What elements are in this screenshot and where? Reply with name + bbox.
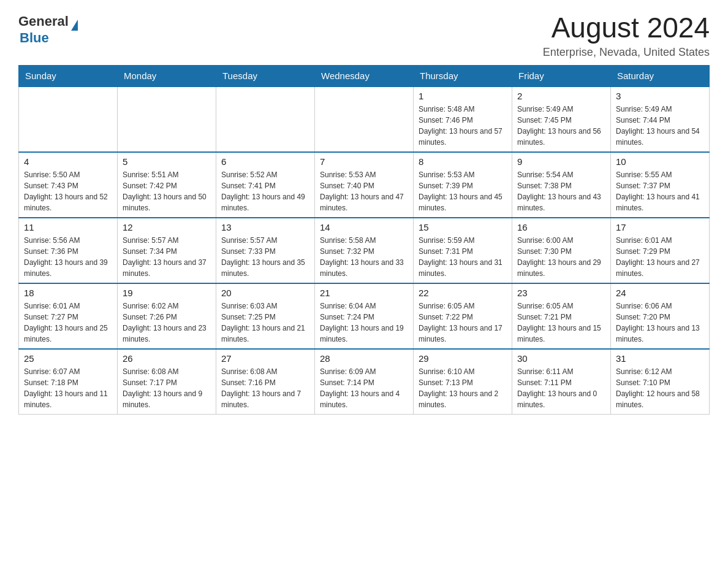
calendar-cell: 17Sunrise: 6:01 AMSunset: 7:29 PMDayligh…: [611, 218, 710, 283]
day-number: 6: [221, 156, 309, 167]
calendar-cell: [118, 86, 216, 152]
day-info: Sunrise: 5:57 AMSunset: 7:34 PMDaylight:…: [123, 235, 211, 279]
title-section: August 2024 Enterprise, Nevada, United S…: [543, 12, 710, 59]
day-info: Sunrise: 6:04 AMSunset: 7:24 PMDaylight:…: [320, 301, 408, 345]
day-info: Sunrise: 6:08 AMSunset: 7:16 PMDaylight:…: [221, 366, 309, 410]
day-info: Sunrise: 5:51 AMSunset: 7:42 PMDaylight:…: [123, 169, 211, 213]
calendar-cell: 18Sunrise: 6:01 AMSunset: 7:27 PMDayligh…: [19, 283, 118, 349]
week-row: 1Sunrise: 5:48 AMSunset: 7:46 PMDaylight…: [19, 86, 710, 152]
day-number: 26: [123, 353, 211, 364]
location-subtitle: Enterprise, Nevada, United States: [543, 46, 710, 59]
calendar-cell: 31Sunrise: 6:12 AMSunset: 7:10 PMDayligh…: [611, 349, 710, 415]
day-info: Sunrise: 5:59 AMSunset: 7:31 PMDaylight:…: [419, 235, 507, 279]
calendar-cell: 14Sunrise: 5:58 AMSunset: 7:32 PMDayligh…: [315, 218, 414, 283]
day-info: Sunrise: 6:01 AMSunset: 7:29 PMDaylight:…: [616, 235, 704, 279]
day-of-week-header: Thursday: [414, 65, 512, 86]
week-row: 11Sunrise: 5:56 AMSunset: 7:36 PMDayligh…: [19, 218, 710, 283]
day-info: Sunrise: 6:06 AMSunset: 7:20 PMDaylight:…: [616, 301, 704, 345]
day-info: Sunrise: 5:49 AMSunset: 7:44 PMDaylight:…: [616, 104, 704, 148]
day-info: Sunrise: 6:03 AMSunset: 7:25 PMDaylight:…: [221, 301, 309, 345]
calendar-cell: 24Sunrise: 6:06 AMSunset: 7:20 PMDayligh…: [611, 283, 710, 349]
day-number: 7: [320, 156, 408, 167]
day-number: 15: [419, 222, 507, 232]
day-info: Sunrise: 6:02 AMSunset: 7:26 PMDaylight:…: [123, 301, 211, 345]
day-of-week-header: Monday: [118, 65, 216, 86]
week-row: 4Sunrise: 5:50 AMSunset: 7:43 PMDaylight…: [19, 152, 710, 218]
day-number: 21: [320, 288, 408, 298]
day-number: 9: [517, 156, 605, 167]
day-number: 5: [123, 156, 211, 167]
calendar-cell: 12Sunrise: 5:57 AMSunset: 7:34 PMDayligh…: [118, 218, 216, 283]
day-info: Sunrise: 5:49 AMSunset: 7:45 PMDaylight:…: [517, 104, 605, 148]
calendar-cell: 30Sunrise: 6:11 AMSunset: 7:11 PMDayligh…: [512, 349, 611, 415]
day-number: 3: [616, 91, 704, 101]
day-number: 19: [123, 288, 211, 298]
day-info: Sunrise: 6:05 AMSunset: 7:21 PMDaylight:…: [517, 301, 605, 345]
day-info: Sunrise: 6:05 AMSunset: 7:22 PMDaylight:…: [419, 301, 507, 345]
day-number: 24: [616, 288, 704, 298]
calendar-cell: 3Sunrise: 5:49 AMSunset: 7:44 PMDaylight…: [611, 86, 710, 152]
day-of-week-header: Sunday: [19, 65, 118, 86]
day-info: Sunrise: 5:52 AMSunset: 7:41 PMDaylight:…: [221, 169, 309, 213]
calendar-cell: 15Sunrise: 5:59 AMSunset: 7:31 PMDayligh…: [414, 218, 512, 283]
day-info: Sunrise: 5:56 AMSunset: 7:36 PMDaylight:…: [24, 235, 112, 279]
day-number: 23: [517, 288, 605, 298]
day-number: 13: [221, 222, 309, 232]
day-number: 31: [616, 353, 704, 364]
calendar-cell: 26Sunrise: 6:08 AMSunset: 7:17 PMDayligh…: [118, 349, 216, 415]
month-year-title: August 2024: [543, 12, 710, 44]
calendar-cell: 1Sunrise: 5:48 AMSunset: 7:46 PMDaylight…: [414, 86, 512, 152]
day-number: 12: [123, 222, 211, 232]
calendar-cell: [19, 86, 118, 152]
day-number: 28: [320, 353, 408, 364]
logo: General Blue: [18, 12, 78, 45]
day-number: 18: [24, 288, 112, 298]
calendar-cell: 8Sunrise: 5:53 AMSunset: 7:39 PMDaylight…: [414, 152, 512, 218]
calendar-header-row: SundayMondayTuesdayWednesdayThursdayFrid…: [19, 65, 710, 86]
calendar-cell: 16Sunrise: 6:00 AMSunset: 7:30 PMDayligh…: [512, 218, 611, 283]
day-number: 11: [24, 222, 112, 232]
day-number: 17: [616, 222, 704, 232]
day-info: Sunrise: 6:00 AMSunset: 7:30 PMDaylight:…: [517, 235, 605, 279]
day-number: 16: [517, 222, 605, 232]
day-number: 1: [419, 91, 507, 101]
day-number: 8: [419, 156, 507, 167]
day-info: Sunrise: 6:08 AMSunset: 7:17 PMDaylight:…: [123, 366, 211, 410]
calendar-cell: 23Sunrise: 6:05 AMSunset: 7:21 PMDayligh…: [512, 283, 611, 349]
day-of-week-header: Tuesday: [216, 65, 315, 86]
week-row: 25Sunrise: 6:07 AMSunset: 7:18 PMDayligh…: [19, 349, 710, 415]
day-info: Sunrise: 5:48 AMSunset: 7:46 PMDaylight:…: [419, 104, 507, 148]
logo-blue-text: Blue: [20, 31, 78, 45]
calendar-cell: 7Sunrise: 5:53 AMSunset: 7:40 PMDaylight…: [315, 152, 414, 218]
day-number: 2: [517, 91, 605, 101]
calendar-cell: 13Sunrise: 5:57 AMSunset: 7:33 PMDayligh…: [216, 218, 315, 283]
day-info: Sunrise: 6:11 AMSunset: 7:11 PMDaylight:…: [517, 366, 605, 410]
week-row: 18Sunrise: 6:01 AMSunset: 7:27 PMDayligh…: [19, 283, 710, 349]
day-info: Sunrise: 5:54 AMSunset: 7:38 PMDaylight:…: [517, 169, 605, 213]
day-info: Sunrise: 5:53 AMSunset: 7:39 PMDaylight:…: [419, 169, 507, 213]
day-number: 4: [24, 156, 112, 167]
day-info: Sunrise: 5:58 AMSunset: 7:32 PMDaylight:…: [320, 235, 408, 279]
day-number: 29: [419, 353, 507, 364]
day-info: Sunrise: 6:09 AMSunset: 7:14 PMDaylight:…: [320, 366, 408, 410]
calendar-cell: 2Sunrise: 5:49 AMSunset: 7:45 PMDaylight…: [512, 86, 611, 152]
calendar-cell: 19Sunrise: 6:02 AMSunset: 7:26 PMDayligh…: [118, 283, 216, 349]
calendar-cell: 4Sunrise: 5:50 AMSunset: 7:43 PMDaylight…: [19, 152, 118, 218]
day-number: 22: [419, 288, 507, 298]
calendar-cell: 9Sunrise: 5:54 AMSunset: 7:38 PMDaylight…: [512, 152, 611, 218]
day-info: Sunrise: 5:50 AMSunset: 7:43 PMDaylight:…: [24, 169, 112, 213]
calendar-cell: 21Sunrise: 6:04 AMSunset: 7:24 PMDayligh…: [315, 283, 414, 349]
calendar-cell: 5Sunrise: 5:51 AMSunset: 7:42 PMDaylight…: [118, 152, 216, 218]
day-info: Sunrise: 6:12 AMSunset: 7:10 PMDaylight:…: [616, 366, 704, 410]
calendar-cell: 28Sunrise: 6:09 AMSunset: 7:14 PMDayligh…: [315, 349, 414, 415]
day-number: 20: [221, 288, 309, 298]
day-info: Sunrise: 5:57 AMSunset: 7:33 PMDaylight:…: [221, 235, 309, 279]
day-number: 27: [221, 353, 309, 364]
calendar-cell: [216, 86, 315, 152]
day-number: 14: [320, 222, 408, 232]
day-number: 25: [24, 353, 112, 364]
calendar-cell: [315, 86, 414, 152]
calendar-cell: 22Sunrise: 6:05 AMSunset: 7:22 PMDayligh…: [414, 283, 512, 349]
day-info: Sunrise: 5:55 AMSunset: 7:37 PMDaylight:…: [616, 169, 704, 213]
calendar-cell: 11Sunrise: 5:56 AMSunset: 7:36 PMDayligh…: [19, 218, 118, 283]
